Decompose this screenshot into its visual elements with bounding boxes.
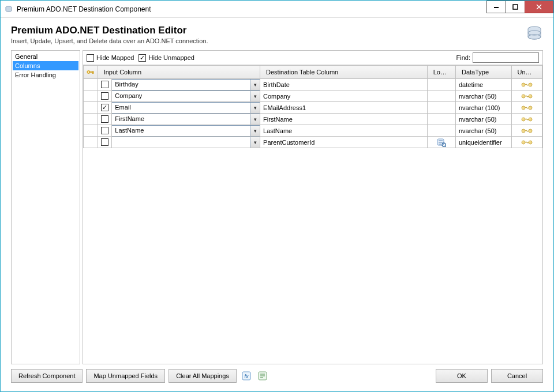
unmap-icon[interactable] xyxy=(512,114,542,125)
minimize-button[interactable] xyxy=(486,1,506,13)
row-checkbox[interactable] xyxy=(101,81,108,88)
chevron-down-icon[interactable]: ▾ xyxy=(250,91,260,101)
clear-all-mappings-button[interactable]: Clear All Mappings xyxy=(169,369,237,383)
find-input[interactable] xyxy=(473,52,539,63)
input-column-combo[interactable]: Birthday▾ xyxy=(111,79,260,91)
chevron-down-icon[interactable]: ▾ xyxy=(250,114,260,125)
svg-point-18 xyxy=(522,118,525,121)
input-column-value: Birthday xyxy=(112,80,250,90)
key-cell xyxy=(84,137,98,148)
key-cell xyxy=(84,91,98,102)
col-header-input[interactable]: Input Column xyxy=(98,66,260,79)
titlebar: Premium ADO.NET Destination Component xyxy=(1,1,553,18)
chevron-down-icon[interactable]: ▾ xyxy=(250,126,260,136)
unmap-cell[interactable] xyxy=(511,79,542,91)
input-column-cell[interactable]: LastName▾ xyxy=(112,125,260,137)
datatype-value: uniqueidentifier xyxy=(456,138,511,147)
hide-mapped-checkbox[interactable] xyxy=(87,54,94,62)
lookup-cell[interactable] xyxy=(427,137,455,148)
sidebar-item-error-handling[interactable]: Error Handling xyxy=(13,70,78,80)
row-select-cell[interactable] xyxy=(98,137,112,148)
row-checkbox[interactable] xyxy=(101,138,108,146)
input-column-value: Company xyxy=(112,91,250,101)
row-select-cell[interactable] xyxy=(98,91,112,102)
input-column-cell[interactable]: FirstName▾ xyxy=(112,114,260,125)
destination-column-cell: FirstName xyxy=(260,114,428,125)
col-header-key[interactable] xyxy=(84,66,98,79)
lookup-cell xyxy=(427,114,455,125)
svg-point-25 xyxy=(522,141,525,144)
svg-point-26 xyxy=(529,141,532,144)
maximize-button[interactable] xyxy=(506,1,525,13)
svg-point-15 xyxy=(529,95,532,98)
editor-header: Premium ADO.NET Destination Editor Inser… xyxy=(1,18,553,50)
hide-mapped-label: Hide Mapped xyxy=(96,54,134,61)
unmap-cell[interactable] xyxy=(511,114,542,125)
input-column-combo[interactable]: ▾ xyxy=(111,137,260,148)
row-checkbox[interactable] xyxy=(101,115,108,123)
svg-text:fx: fx xyxy=(244,374,249,379)
map-unmapped-fields-button[interactable]: Map Unmapped Fields xyxy=(86,369,165,383)
input-column-cell[interactable]: Company▾ xyxy=(112,91,260,102)
lookup-cell xyxy=(427,91,455,102)
input-column-cell[interactable]: ▾ xyxy=(112,137,260,148)
datatype-cell: datetime xyxy=(456,79,512,91)
input-column-combo[interactable]: LastName▾ xyxy=(111,125,260,137)
col-header-unmap[interactable]: Unmap xyxy=(511,66,542,79)
unmap-icon[interactable] xyxy=(512,79,542,90)
sidebar-item-columns[interactable]: Columns xyxy=(13,61,78,70)
sidebar-item-general[interactable]: General xyxy=(13,52,78,61)
nav-sidebar: General Columns Error Handling xyxy=(11,50,80,364)
unmap-icon[interactable] xyxy=(512,137,542,148)
row-checkbox[interactable] xyxy=(101,104,108,111)
unmap-icon[interactable] xyxy=(512,102,542,113)
unmap-cell[interactable] xyxy=(511,137,542,148)
input-column-combo[interactable]: Company▾ xyxy=(111,91,260,102)
cancel-button[interactable]: Cancel xyxy=(491,369,543,383)
row-select-cell[interactable] xyxy=(98,114,112,125)
datatype-cell: nvarchar (100) xyxy=(456,102,512,114)
script-button[interactable] xyxy=(256,370,269,382)
datatype-cell: uniqueidentifier xyxy=(456,137,512,148)
unmap-cell[interactable] xyxy=(511,102,542,114)
input-column-value xyxy=(112,137,250,148)
find-label: Find: xyxy=(456,54,470,61)
lookup-icon[interactable] xyxy=(428,137,455,148)
mapping-table: Input Column Destination Table Column Lo… xyxy=(83,65,542,148)
close-button[interactable] xyxy=(525,1,553,13)
unmap-icon[interactable] xyxy=(512,91,542,101)
input-column-cell[interactable]: Birthday▾ xyxy=(112,79,260,91)
row-select-cell[interactable] xyxy=(98,79,112,91)
refresh-component-button[interactable]: Refresh Component xyxy=(11,369,83,383)
row-checkbox[interactable] xyxy=(101,127,108,134)
unmap-cell[interactable] xyxy=(511,91,542,102)
destination-column-cell: Company xyxy=(260,91,428,102)
page-subtitle: Insert, Update, Upsert, and Delete data … xyxy=(11,37,526,44)
input-column-cell[interactable]: Email▾ xyxy=(112,102,260,114)
footer-bar: Refresh Component Map Unmapped Fields Cl… xyxy=(1,364,553,383)
input-column-value: Email xyxy=(112,103,250,113)
row-select-cell[interactable] xyxy=(98,125,112,137)
datatype-value: nvarchar (50) xyxy=(456,126,511,135)
col-header-destination[interactable]: Destination Table Column xyxy=(260,66,428,79)
table-row: FirstName▾FirstNamenvarchar (50) xyxy=(84,114,542,125)
row-checkbox[interactable] xyxy=(101,92,108,100)
window-title: Premium ADO.NET Destination Component xyxy=(17,5,151,13)
key-icon xyxy=(87,68,95,76)
datatype-value: nvarchar (100) xyxy=(456,103,511,112)
unmap-icon[interactable] xyxy=(512,125,542,136)
chevron-down-icon[interactable]: ▾ xyxy=(250,80,260,90)
col-header-lookup[interactable]: Lookup xyxy=(427,66,455,79)
input-column-combo[interactable]: FirstName▾ xyxy=(111,114,260,125)
svg-point-16 xyxy=(522,106,525,110)
unmap-cell[interactable] xyxy=(511,125,542,137)
chevron-down-icon[interactable]: ▾ xyxy=(250,137,260,148)
chevron-down-icon[interactable]: ▾ xyxy=(250,103,260,113)
ok-button[interactable]: OK xyxy=(436,369,488,383)
row-select-cell[interactable] xyxy=(98,102,112,114)
expression-fx-button[interactable]: fx xyxy=(240,370,253,382)
destination-column-value: EMailAddress1 xyxy=(260,103,427,112)
input-column-combo[interactable]: Email▾ xyxy=(111,102,260,114)
hide-unmapped-checkbox[interactable] xyxy=(138,54,146,62)
col-header-datatype[interactable]: DataType xyxy=(456,66,512,79)
